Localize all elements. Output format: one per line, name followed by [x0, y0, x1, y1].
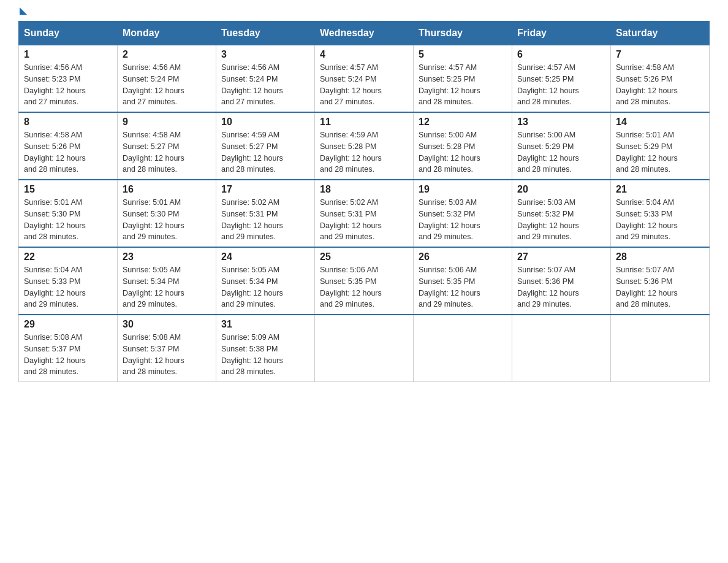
logo-triangle-icon	[20, 7, 27, 15]
day-info: Sunrise: 5:07 AM Sunset: 5:36 PM Dayligh…	[517, 264, 605, 310]
day-number: 21	[616, 184, 704, 195]
day-info: Sunrise: 5:00 AM Sunset: 5:28 PM Dayligh…	[419, 129, 507, 175]
calendar-cell: 22 Sunrise: 5:04 AM Sunset: 5:33 PM Dayl…	[19, 247, 118, 315]
day-info: Sunrise: 5:02 AM Sunset: 5:31 PM Dayligh…	[320, 197, 408, 243]
day-info: Sunrise: 5:05 AM Sunset: 5:34 PM Dayligh…	[221, 264, 309, 310]
day-info: Sunrise: 5:00 AM Sunset: 5:29 PM Dayligh…	[517, 129, 605, 175]
day-info: Sunrise: 5:01 AM Sunset: 5:30 PM Dayligh…	[24, 197, 112, 243]
day-info: Sunrise: 5:05 AM Sunset: 5:34 PM Dayligh…	[123, 264, 211, 310]
day-number: 22	[24, 251, 112, 262]
day-number: 12	[419, 117, 507, 128]
calendar-week-row-4: 22 Sunrise: 5:04 AM Sunset: 5:33 PM Dayl…	[19, 247, 710, 315]
calendar-cell: 21 Sunrise: 5:04 AM Sunset: 5:33 PM Dayl…	[611, 180, 710, 247]
day-number: 4	[320, 49, 408, 60]
day-number: 28	[616, 251, 704, 262]
calendar-cell	[315, 315, 414, 382]
day-info: Sunrise: 4:58 AM Sunset: 5:27 PM Dayligh…	[123, 129, 211, 175]
calendar-cell: 12 Sunrise: 5:00 AM Sunset: 5:28 PM Dayl…	[414, 112, 512, 180]
calendar-cell: 20 Sunrise: 5:03 AM Sunset: 5:32 PM Dayl…	[512, 180, 611, 247]
day-info: Sunrise: 4:56 AM Sunset: 5:24 PM Dayligh…	[123, 62, 211, 108]
calendar-cell: 6 Sunrise: 4:57 AM Sunset: 5:25 PM Dayli…	[512, 45, 611, 113]
day-number: 18	[320, 184, 408, 195]
day-number: 14	[616, 117, 704, 128]
day-info: Sunrise: 4:57 AM Sunset: 5:25 PM Dayligh…	[517, 62, 605, 108]
day-number: 8	[24, 117, 112, 128]
logo-text	[18, 12, 27, 15]
day-info: Sunrise: 4:58 AM Sunset: 5:26 PM Dayligh…	[24, 129, 112, 175]
day-info: Sunrise: 5:07 AM Sunset: 5:36 PM Dayligh…	[616, 264, 704, 310]
calendar-week-row-2: 8 Sunrise: 4:58 AM Sunset: 5:26 PM Dayli…	[19, 112, 710, 180]
day-info: Sunrise: 5:03 AM Sunset: 5:32 PM Dayligh…	[419, 197, 507, 243]
calendar-cell: 15 Sunrise: 5:01 AM Sunset: 5:30 PM Dayl…	[19, 180, 118, 247]
calendar-cell: 7 Sunrise: 4:58 AM Sunset: 5:26 PM Dayli…	[611, 45, 710, 113]
day-info: Sunrise: 4:58 AM Sunset: 5:26 PM Dayligh…	[616, 62, 704, 108]
day-info: Sunrise: 4:56 AM Sunset: 5:24 PM Dayligh…	[221, 62, 309, 108]
calendar-cell: 27 Sunrise: 5:07 AM Sunset: 5:36 PM Dayl…	[512, 247, 611, 315]
calendar-week-row-5: 29 Sunrise: 5:08 AM Sunset: 5:37 PM Dayl…	[19, 315, 710, 382]
calendar-cell: 30 Sunrise: 5:08 AM Sunset: 5:37 PM Dayl…	[118, 315, 216, 382]
day-number: 9	[123, 117, 211, 128]
day-number: 13	[517, 117, 605, 128]
weekday-header-monday: Monday	[118, 21, 216, 45]
calendar-cell: 23 Sunrise: 5:05 AM Sunset: 5:34 PM Dayl…	[118, 247, 216, 315]
day-info: Sunrise: 4:59 AM Sunset: 5:28 PM Dayligh…	[320, 129, 408, 175]
day-number: 31	[221, 319, 309, 330]
day-info: Sunrise: 5:06 AM Sunset: 5:35 PM Dayligh…	[419, 264, 507, 310]
weekday-header-wednesday: Wednesday	[315, 21, 414, 45]
weekday-header-thursday: Thursday	[414, 21, 512, 45]
day-number: 6	[517, 49, 605, 60]
calendar-cell: 14 Sunrise: 5:01 AM Sunset: 5:29 PM Dayl…	[611, 112, 710, 180]
calendar-cell: 29 Sunrise: 5:08 AM Sunset: 5:37 PM Dayl…	[19, 315, 118, 382]
day-number: 23	[123, 251, 211, 262]
day-info: Sunrise: 5:01 AM Sunset: 5:30 PM Dayligh…	[123, 197, 211, 243]
day-number: 16	[123, 184, 211, 195]
day-info: Sunrise: 5:09 AM Sunset: 5:38 PM Dayligh…	[221, 332, 309, 378]
day-info: Sunrise: 4:57 AM Sunset: 5:25 PM Dayligh…	[419, 62, 507, 108]
calendar-cell: 18 Sunrise: 5:02 AM Sunset: 5:31 PM Dayl…	[315, 180, 414, 247]
day-info: Sunrise: 5:03 AM Sunset: 5:32 PM Dayligh…	[517, 197, 605, 243]
calendar-cell	[414, 315, 512, 382]
day-number: 3	[221, 49, 309, 60]
day-number: 27	[517, 251, 605, 262]
day-number: 2	[123, 49, 211, 60]
calendar-cell: 26 Sunrise: 5:06 AM Sunset: 5:35 PM Dayl…	[414, 247, 512, 315]
day-info: Sunrise: 5:02 AM Sunset: 5:31 PM Dayligh…	[221, 197, 309, 243]
calendar-week-row-3: 15 Sunrise: 5:01 AM Sunset: 5:30 PM Dayl…	[19, 180, 710, 247]
day-info: Sunrise: 4:56 AM Sunset: 5:23 PM Dayligh…	[24, 62, 112, 108]
weekday-header-friday: Friday	[512, 21, 611, 45]
calendar-cell: 16 Sunrise: 5:01 AM Sunset: 5:30 PM Dayl…	[118, 180, 216, 247]
calendar-cell: 13 Sunrise: 5:00 AM Sunset: 5:29 PM Dayl…	[512, 112, 611, 180]
day-number: 1	[24, 49, 112, 60]
day-info: Sunrise: 5:08 AM Sunset: 5:37 PM Dayligh…	[123, 332, 211, 378]
day-number: 11	[320, 117, 408, 128]
page-header	[18, 12, 710, 15]
calendar-cell: 11 Sunrise: 4:59 AM Sunset: 5:28 PM Dayl…	[315, 112, 414, 180]
calendar-cell: 9 Sunrise: 4:58 AM Sunset: 5:27 PM Dayli…	[118, 112, 216, 180]
day-info: Sunrise: 5:06 AM Sunset: 5:35 PM Dayligh…	[320, 264, 408, 310]
calendar-cell: 17 Sunrise: 5:02 AM Sunset: 5:31 PM Dayl…	[216, 180, 315, 247]
weekday-header-row: SundayMondayTuesdayWednesdayThursdayFrid…	[19, 21, 710, 45]
calendar-cell: 4 Sunrise: 4:57 AM Sunset: 5:24 PM Dayli…	[315, 45, 414, 113]
calendar-cell	[512, 315, 611, 382]
day-number: 19	[419, 184, 507, 195]
day-number: 7	[616, 49, 704, 60]
day-info: Sunrise: 5:01 AM Sunset: 5:29 PM Dayligh…	[616, 129, 704, 175]
calendar-cell: 24 Sunrise: 5:05 AM Sunset: 5:34 PM Dayl…	[216, 247, 315, 315]
day-number: 26	[419, 251, 507, 262]
day-number: 29	[24, 319, 112, 330]
calendar-cell: 5 Sunrise: 4:57 AM Sunset: 5:25 PM Dayli…	[414, 45, 512, 113]
day-number: 10	[221, 117, 309, 128]
day-number: 30	[123, 319, 211, 330]
day-number: 20	[517, 184, 605, 195]
weekday-header-sunday: Sunday	[19, 21, 118, 45]
day-info: Sunrise: 4:59 AM Sunset: 5:27 PM Dayligh…	[221, 129, 309, 175]
day-number: 24	[221, 251, 309, 262]
calendar-cell: 1 Sunrise: 4:56 AM Sunset: 5:23 PM Dayli…	[19, 45, 118, 113]
day-number: 17	[221, 184, 309, 195]
calendar-cell: 19 Sunrise: 5:03 AM Sunset: 5:32 PM Dayl…	[414, 180, 512, 247]
calendar-cell: 8 Sunrise: 4:58 AM Sunset: 5:26 PM Dayli…	[19, 112, 118, 180]
day-number: 15	[24, 184, 112, 195]
day-number: 25	[320, 251, 408, 262]
day-info: Sunrise: 5:08 AM Sunset: 5:37 PM Dayligh…	[24, 332, 112, 378]
day-info: Sunrise: 4:57 AM Sunset: 5:24 PM Dayligh…	[320, 62, 408, 108]
